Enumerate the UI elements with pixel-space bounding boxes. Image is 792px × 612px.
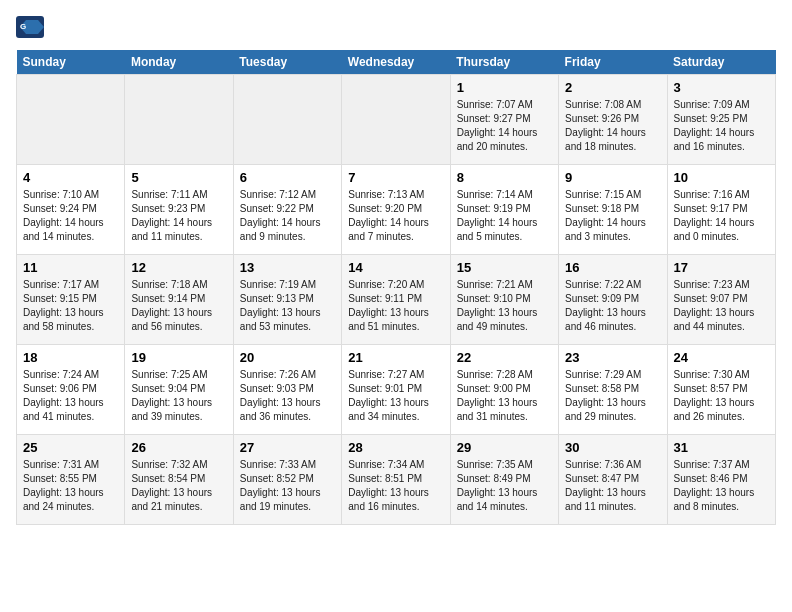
calendar-cell [233,75,341,165]
cell-info: Sunset: 8:52 PM [240,472,335,486]
calendar-cell: 29Sunrise: 7:35 AMSunset: 8:49 PMDayligh… [450,435,558,525]
cell-info: Sunset: 9:13 PM [240,292,335,306]
cell-info: and 16 minutes. [674,140,769,154]
cell-info: Sunset: 9:22 PM [240,202,335,216]
cell-info: Daylight: 13 hours [457,396,552,410]
cell-info: Sunset: 9:17 PM [674,202,769,216]
calendar-cell: 20Sunrise: 7:26 AMSunset: 9:03 PMDayligh… [233,345,341,435]
cell-info: Sunrise: 7:26 AM [240,368,335,382]
cell-info: Sunrise: 7:22 AM [565,278,660,292]
cell-info: Sunset: 9:20 PM [348,202,443,216]
cell-info: Sunrise: 7:12 AM [240,188,335,202]
cell-info: Daylight: 13 hours [240,486,335,500]
cell-info: and 51 minutes. [348,320,443,334]
calendar-cell: 15Sunrise: 7:21 AMSunset: 9:10 PMDayligh… [450,255,558,345]
cell-info: and 19 minutes. [240,500,335,514]
cell-info: Sunrise: 7:16 AM [674,188,769,202]
cell-info: Daylight: 14 hours [457,216,552,230]
cell-info: Sunset: 9:27 PM [457,112,552,126]
day-number: 31 [674,440,769,455]
cell-info: Daylight: 14 hours [131,216,226,230]
cell-info: and 44 minutes. [674,320,769,334]
calendar-cell: 27Sunrise: 7:33 AMSunset: 8:52 PMDayligh… [233,435,341,525]
week-row-5: 25Sunrise: 7:31 AMSunset: 8:55 PMDayligh… [17,435,776,525]
logo: G [16,16,46,38]
cell-info: Daylight: 13 hours [131,306,226,320]
day-number: 22 [457,350,552,365]
cell-info: Sunrise: 7:36 AM [565,458,660,472]
cell-info: Daylight: 13 hours [240,306,335,320]
cell-info: and 7 minutes. [348,230,443,244]
cell-info: and 26 minutes. [674,410,769,424]
calendar-cell [125,75,233,165]
calendar-cell: 16Sunrise: 7:22 AMSunset: 9:09 PMDayligh… [559,255,667,345]
day-number: 26 [131,440,226,455]
cell-info: Sunset: 9:14 PM [131,292,226,306]
cell-info: Daylight: 14 hours [674,216,769,230]
day-number: 9 [565,170,660,185]
day-number: 10 [674,170,769,185]
cell-info: and 53 minutes. [240,320,335,334]
calendar-cell: 13Sunrise: 7:19 AMSunset: 9:13 PMDayligh… [233,255,341,345]
day-number: 4 [23,170,118,185]
cell-info: Daylight: 13 hours [23,396,118,410]
cell-info: Sunset: 9:19 PM [457,202,552,216]
cell-info: Sunset: 9:24 PM [23,202,118,216]
week-row-3: 11Sunrise: 7:17 AMSunset: 9:15 PMDayligh… [17,255,776,345]
calendar-cell: 30Sunrise: 7:36 AMSunset: 8:47 PMDayligh… [559,435,667,525]
calendar-cell: 28Sunrise: 7:34 AMSunset: 8:51 PMDayligh… [342,435,450,525]
cell-info: Sunset: 9:07 PM [674,292,769,306]
cell-info: Sunrise: 7:23 AM [674,278,769,292]
cell-info: Daylight: 13 hours [565,396,660,410]
calendar-cell: 3Sunrise: 7:09 AMSunset: 9:25 PMDaylight… [667,75,775,165]
cell-info: Sunset: 9:09 PM [565,292,660,306]
calendar-cell: 2Sunrise: 7:08 AMSunset: 9:26 PMDaylight… [559,75,667,165]
cell-info: and 58 minutes. [23,320,118,334]
day-number: 28 [348,440,443,455]
day-number: 23 [565,350,660,365]
calendar-cell: 31Sunrise: 7:37 AMSunset: 8:46 PMDayligh… [667,435,775,525]
cell-info: and 21 minutes. [131,500,226,514]
cell-info: Sunrise: 7:34 AM [348,458,443,472]
cell-info: Sunrise: 7:31 AM [23,458,118,472]
cell-info: Sunset: 8:46 PM [674,472,769,486]
header-sunday: Sunday [17,50,125,75]
calendar-cell: 9Sunrise: 7:15 AMSunset: 9:18 PMDaylight… [559,165,667,255]
cell-info: Sunrise: 7:29 AM [565,368,660,382]
cell-info: Daylight: 14 hours [240,216,335,230]
day-number: 30 [565,440,660,455]
calendar-cell: 14Sunrise: 7:20 AMSunset: 9:11 PMDayligh… [342,255,450,345]
cell-info: and 14 minutes. [23,230,118,244]
calendar-cell: 10Sunrise: 7:16 AMSunset: 9:17 PMDayligh… [667,165,775,255]
cell-info: and 46 minutes. [565,320,660,334]
cell-info: and 56 minutes. [131,320,226,334]
cell-info: Sunrise: 7:18 AM [131,278,226,292]
cell-info: and 39 minutes. [131,410,226,424]
cell-info: Daylight: 14 hours [348,216,443,230]
calendar-cell: 8Sunrise: 7:14 AMSunset: 9:19 PMDaylight… [450,165,558,255]
cell-info: Sunrise: 7:07 AM [457,98,552,112]
cell-info: Sunrise: 7:08 AM [565,98,660,112]
calendar-cell: 19Sunrise: 7:25 AMSunset: 9:04 PMDayligh… [125,345,233,435]
calendar-cell: 5Sunrise: 7:11 AMSunset: 9:23 PMDaylight… [125,165,233,255]
cell-info: Sunrise: 7:33 AM [240,458,335,472]
calendar-cell: 25Sunrise: 7:31 AMSunset: 8:55 PMDayligh… [17,435,125,525]
cell-info: Daylight: 14 hours [565,126,660,140]
day-number: 1 [457,80,552,95]
calendar-table: SundayMondayTuesdayWednesdayThursdayFrid… [16,50,776,525]
cell-info: Daylight: 13 hours [457,306,552,320]
cell-info: Daylight: 13 hours [674,306,769,320]
day-number: 6 [240,170,335,185]
day-number: 17 [674,260,769,275]
cell-info: Sunset: 9:03 PM [240,382,335,396]
cell-info: Daylight: 13 hours [348,306,443,320]
cell-info: Daylight: 13 hours [240,396,335,410]
cell-info: Sunset: 8:47 PM [565,472,660,486]
cell-info: Sunset: 9:00 PM [457,382,552,396]
cell-info: Sunrise: 7:28 AM [457,368,552,382]
cell-info: Daylight: 13 hours [674,396,769,410]
day-number: 24 [674,350,769,365]
week-row-1: 1Sunrise: 7:07 AMSunset: 9:27 PMDaylight… [17,75,776,165]
cell-info: Sunset: 8:58 PM [565,382,660,396]
calendar-cell: 12Sunrise: 7:18 AMSunset: 9:14 PMDayligh… [125,255,233,345]
